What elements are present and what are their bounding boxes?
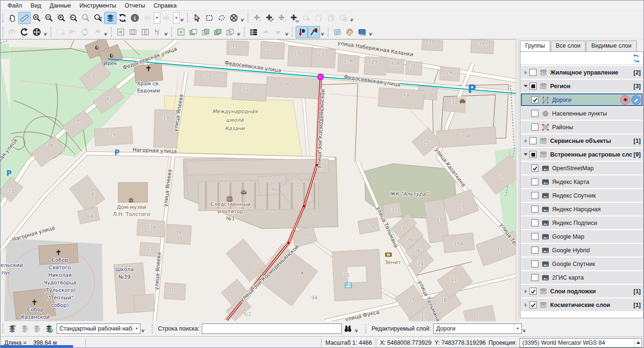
search-input[interactable] xyxy=(202,323,342,334)
panel-splitter[interactable] xyxy=(516,39,519,321)
toolbar-grip[interactable] xyxy=(50,27,53,37)
layer-checkbox[interactable] xyxy=(531,260,538,267)
layer-checkbox[interactable] xyxy=(531,124,538,131)
layer-row-Районы[interactable]: Районы xyxy=(521,121,643,133)
tab-Все слои[interactable]: Все слои xyxy=(551,41,586,51)
layer-checkbox[interactable] xyxy=(531,219,538,226)
collapse-toggle[interactable] xyxy=(523,85,528,87)
export-view-button[interactable] xyxy=(356,26,368,38)
toolbar-overflow-button[interactable] xyxy=(103,26,108,38)
object-info-button[interactable]: i xyxy=(129,12,141,24)
copy-object-button[interactable] xyxy=(313,12,325,24)
map-viewport[interactable]: улица Набережная КазанкиФедосеевская ули… xyxy=(0,39,516,321)
toolbar-grip[interactable] xyxy=(244,27,246,37)
clear-selection-button[interactable] xyxy=(228,12,240,24)
expand-toggle[interactable] xyxy=(523,303,528,307)
toolbar-overflow-button[interactable] xyxy=(354,323,359,334)
history-forward-button[interactable] xyxy=(160,12,173,24)
layer-row-Google Map[interactable]: Google Map xyxy=(521,230,643,243)
notes-button[interactable] xyxy=(331,26,344,38)
layer-row-Регион[interactable]: Регион[3] xyxy=(521,80,643,92)
layer-checkbox[interactable] xyxy=(531,206,538,213)
topology-merge-button[interactable] xyxy=(127,26,139,38)
layer-row-2ГИС карта[interactable]: 2ГИС карта xyxy=(521,271,643,284)
create-object-attributes-button[interactable]: xy xyxy=(288,12,300,24)
toolbar-overflow-button[interactable] xyxy=(164,26,168,38)
create-point-button[interactable] xyxy=(251,12,264,24)
edit-layer-dropdown[interactable]: Дороги xyxy=(433,323,522,334)
history-back-button[interactable] xyxy=(141,12,153,24)
route-node[interactable] xyxy=(287,241,289,244)
toolbar-grip[interactable] xyxy=(365,324,368,333)
dropdown-up-arrow-icon[interactable] xyxy=(634,339,642,347)
toolbar-grip[interactable] xyxy=(2,13,5,23)
undo-rotate-button[interactable] xyxy=(18,26,31,38)
layer-row-Google Спутник[interactable]: Google Спутник xyxy=(521,257,643,270)
layer-row-Google Hybrid[interactable]: Google Hybrid xyxy=(521,244,643,257)
expand-toggle[interactable] xyxy=(523,139,528,143)
workset-delete-button[interactable] xyxy=(18,323,31,335)
toolbar-overflow-button[interactable] xyxy=(320,26,325,38)
layer-row-Встроенные растровые слои[interactable]: Встроенные растровые слои[9] xyxy=(521,148,643,161)
toolbar-grip[interactable] xyxy=(2,324,5,333)
toolbar-grip[interactable] xyxy=(187,13,190,23)
layer-checkbox[interactable] xyxy=(531,96,538,103)
toolbar-overflow-button[interactable] xyxy=(522,323,527,334)
layer-checkbox[interactable] xyxy=(529,301,537,308)
layer-row-Дороги[interactable]: Дороги xyxy=(521,93,643,106)
style-palette-button[interactable] xyxy=(344,26,356,38)
layer-checkbox[interactable] xyxy=(529,69,537,76)
layer-row-Слои подложки[interactable]: Слои подложки[1] xyxy=(521,285,643,298)
menu-3[interactable]: Инструменты xyxy=(75,1,121,10)
overlay-subtract-button[interactable] xyxy=(224,26,236,38)
toolbar-overflow-button[interactable] xyxy=(240,12,245,24)
history-forward-dropdown[interactable] xyxy=(173,12,180,24)
menu-4[interactable]: Отчеты xyxy=(120,1,149,10)
overlay-combine-button[interactable] xyxy=(199,26,212,38)
menu-0[interactable]: Файл xyxy=(3,1,26,10)
route-node[interactable] xyxy=(315,164,318,166)
menu-1[interactable]: Вид xyxy=(26,1,46,10)
workset-dropdown[interactable]: Стандартный рабочий набор xyxy=(57,323,140,334)
move-object-button[interactable] xyxy=(31,26,43,38)
refresh-map-button[interactable] xyxy=(116,12,129,24)
measure-tool-button[interactable] xyxy=(18,12,31,24)
layer-edit-button[interactable] xyxy=(631,95,641,105)
zoom-in-rect-button[interactable] xyxy=(55,12,67,24)
toolbar-grip[interactable] xyxy=(152,324,154,333)
layer-row-Сервисные объекты[interactable]: Сервисные объекты[1] xyxy=(521,134,643,147)
move-up-button[interactable] xyxy=(260,26,272,38)
toolbar-overflow-button[interactable] xyxy=(368,26,373,38)
layer-checkbox[interactable] xyxy=(531,247,538,254)
layer-row-Яндекс Подписи[interactable]: Яндекс Подписи xyxy=(521,216,643,229)
route-node[interactable] xyxy=(303,205,305,207)
layer-row-Яндекс Карта[interactable]: Яндекс Карта xyxy=(521,175,643,188)
layer-row-Жилищное управление[interactable]: Жилищное управление[2] xyxy=(521,66,643,79)
select-polygon-button[interactable] xyxy=(215,12,228,24)
delete-object-button[interactable] xyxy=(337,12,349,24)
toolbar-grip[interactable] xyxy=(328,27,330,37)
layer-row-Яндекс Народная[interactable]: Яндекс Народная xyxy=(521,203,643,215)
paste-object-button[interactable] xyxy=(300,12,313,24)
history-back-dropdown[interactable] xyxy=(154,12,160,24)
toolbar-overflow-button[interactable] xyxy=(140,323,145,334)
toolbar-grip[interactable] xyxy=(248,13,250,23)
menu-2[interactable]: Данные xyxy=(45,1,75,10)
snap-to-line-button[interactable] xyxy=(308,26,320,38)
layer-row-Яндекс Спутник[interactable]: Яндекс Спутник xyxy=(521,189,643,202)
layer-row-Населенные пункты[interactable]: Населенные пункты xyxy=(521,107,643,120)
create-polyline-button[interactable] xyxy=(264,12,276,24)
snap-to-node-button[interactable] xyxy=(296,26,308,38)
copy-objects-button[interactable] xyxy=(325,12,337,24)
projection-dropdown[interactable]: (3395) World Mercator WGS 84 xyxy=(520,338,642,348)
edit-extent-button[interactable] xyxy=(54,26,66,38)
overlay-add-button[interactable] xyxy=(175,26,187,38)
vertex-add-button[interactable] xyxy=(66,26,79,38)
toolbar-grip[interactable] xyxy=(2,27,5,37)
collapse-toggle[interactable] xyxy=(523,153,528,156)
create-polygon-button[interactable] xyxy=(276,12,288,24)
toolbar-overflow-button[interactable] xyxy=(236,26,241,38)
toolbar-grip[interactable] xyxy=(292,27,294,37)
vertex-rotate-button[interactable] xyxy=(79,26,91,38)
layer-checkbox[interactable] xyxy=(529,151,537,158)
